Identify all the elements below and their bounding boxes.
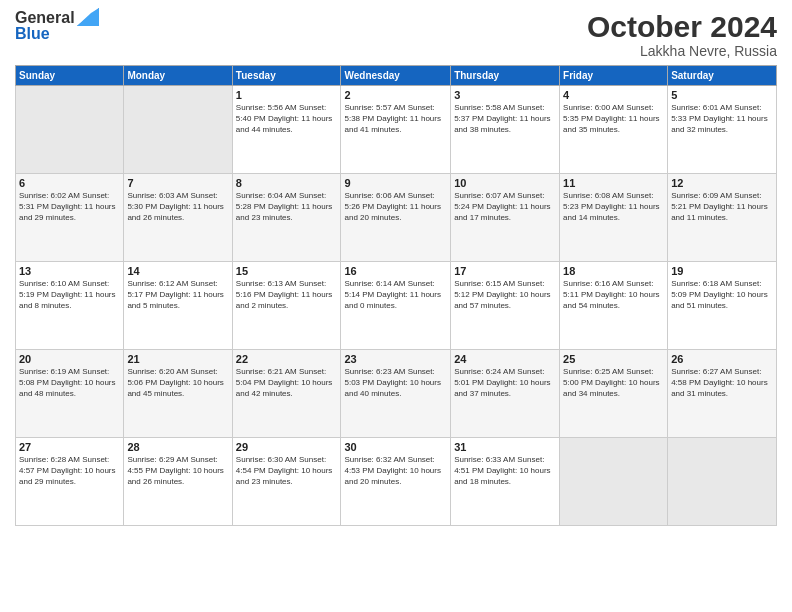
header-sunday: Sunday	[16, 66, 124, 86]
table-row: 7Sunrise: 6:03 AM Sunset: 5:30 PM Daylig…	[124, 174, 232, 262]
day-number: 4	[563, 89, 664, 101]
day-number: 24	[454, 353, 556, 365]
day-info: Sunrise: 6:02 AM Sunset: 5:31 PM Dayligh…	[19, 190, 120, 224]
table-row: 17Sunrise: 6:15 AM Sunset: 5:12 PM Dayli…	[451, 262, 560, 350]
day-number: 12	[671, 177, 773, 189]
header-thursday: Thursday	[451, 66, 560, 86]
day-number: 23	[344, 353, 447, 365]
day-number: 3	[454, 89, 556, 101]
table-row: 5Sunrise: 6:01 AM Sunset: 5:33 PM Daylig…	[668, 86, 777, 174]
svg-marker-1	[77, 8, 99, 26]
day-info: Sunrise: 6:15 AM Sunset: 5:12 PM Dayligh…	[454, 278, 556, 312]
table-row	[16, 86, 124, 174]
calendar-header-row: Sunday Monday Tuesday Wednesday Thursday…	[16, 66, 777, 86]
main-container: General Blue October 2024 Lakkha Nevre, …	[0, 0, 792, 531]
title-area: October 2024 Lakkha Nevre, Russia	[587, 10, 777, 59]
day-number: 13	[19, 265, 120, 277]
day-info: Sunrise: 6:20 AM Sunset: 5:06 PM Dayligh…	[127, 366, 228, 400]
header-friday: Friday	[560, 66, 668, 86]
header-wednesday: Wednesday	[341, 66, 451, 86]
day-info: Sunrise: 5:58 AM Sunset: 5:37 PM Dayligh…	[454, 102, 556, 136]
month-title: October 2024	[587, 10, 777, 43]
day-info: Sunrise: 6:21 AM Sunset: 5:04 PM Dayligh…	[236, 366, 338, 400]
day-number: 16	[344, 265, 447, 277]
table-row	[124, 86, 232, 174]
table-row: 4Sunrise: 6:00 AM Sunset: 5:35 PM Daylig…	[560, 86, 668, 174]
logo-general: General	[15, 10, 75, 26]
day-number: 21	[127, 353, 228, 365]
calendar-week-row: 27Sunrise: 6:28 AM Sunset: 4:57 PM Dayli…	[16, 438, 777, 526]
logo-icon	[77, 8, 99, 26]
day-info: Sunrise: 6:28 AM Sunset: 4:57 PM Dayligh…	[19, 454, 120, 488]
day-number: 5	[671, 89, 773, 101]
day-number: 20	[19, 353, 120, 365]
day-number: 27	[19, 441, 120, 453]
table-row: 12Sunrise: 6:09 AM Sunset: 5:21 PM Dayli…	[668, 174, 777, 262]
table-row: 23Sunrise: 6:23 AM Sunset: 5:03 PM Dayli…	[341, 350, 451, 438]
day-info: Sunrise: 6:24 AM Sunset: 5:01 PM Dayligh…	[454, 366, 556, 400]
table-row: 9Sunrise: 6:06 AM Sunset: 5:26 PM Daylig…	[341, 174, 451, 262]
logo: General Blue	[15, 10, 99, 42]
day-number: 29	[236, 441, 338, 453]
table-row: 3Sunrise: 5:58 AM Sunset: 5:37 PM Daylig…	[451, 86, 560, 174]
table-row: 21Sunrise: 6:20 AM Sunset: 5:06 PM Dayli…	[124, 350, 232, 438]
day-info: Sunrise: 6:23 AM Sunset: 5:03 PM Dayligh…	[344, 366, 447, 400]
header-saturday: Saturday	[668, 66, 777, 86]
day-number: 10	[454, 177, 556, 189]
day-info: Sunrise: 6:29 AM Sunset: 4:55 PM Dayligh…	[127, 454, 228, 488]
table-row: 8Sunrise: 6:04 AM Sunset: 5:28 PM Daylig…	[232, 174, 341, 262]
calendar-week-row: 20Sunrise: 6:19 AM Sunset: 5:08 PM Dayli…	[16, 350, 777, 438]
table-row: 24Sunrise: 6:24 AM Sunset: 5:01 PM Dayli…	[451, 350, 560, 438]
day-number: 28	[127, 441, 228, 453]
day-number: 9	[344, 177, 447, 189]
table-row: 25Sunrise: 6:25 AM Sunset: 5:00 PM Dayli…	[560, 350, 668, 438]
day-number: 18	[563, 265, 664, 277]
header-tuesday: Tuesday	[232, 66, 341, 86]
table-row: 19Sunrise: 6:18 AM Sunset: 5:09 PM Dayli…	[668, 262, 777, 350]
table-row: 2Sunrise: 5:57 AM Sunset: 5:38 PM Daylig…	[341, 86, 451, 174]
day-number: 7	[127, 177, 228, 189]
day-info: Sunrise: 6:09 AM Sunset: 5:21 PM Dayligh…	[671, 190, 773, 224]
day-number: 19	[671, 265, 773, 277]
day-number: 1	[236, 89, 338, 101]
day-number: 6	[19, 177, 120, 189]
table-row: 27Sunrise: 6:28 AM Sunset: 4:57 PM Dayli…	[16, 438, 124, 526]
table-row: 30Sunrise: 6:32 AM Sunset: 4:53 PM Dayli…	[341, 438, 451, 526]
day-number: 11	[563, 177, 664, 189]
day-number: 31	[454, 441, 556, 453]
table-row	[668, 438, 777, 526]
table-row	[560, 438, 668, 526]
day-info: Sunrise: 6:12 AM Sunset: 5:17 PM Dayligh…	[127, 278, 228, 312]
day-info: Sunrise: 6:07 AM Sunset: 5:24 PM Dayligh…	[454, 190, 556, 224]
table-row: 31Sunrise: 6:33 AM Sunset: 4:51 PM Dayli…	[451, 438, 560, 526]
day-info: Sunrise: 6:27 AM Sunset: 4:58 PM Dayligh…	[671, 366, 773, 400]
table-row: 18Sunrise: 6:16 AM Sunset: 5:11 PM Dayli…	[560, 262, 668, 350]
table-row: 14Sunrise: 6:12 AM Sunset: 5:17 PM Dayli…	[124, 262, 232, 350]
day-number: 2	[344, 89, 447, 101]
table-row: 26Sunrise: 6:27 AM Sunset: 4:58 PM Dayli…	[668, 350, 777, 438]
day-info: Sunrise: 6:04 AM Sunset: 5:28 PM Dayligh…	[236, 190, 338, 224]
day-number: 26	[671, 353, 773, 365]
day-info: Sunrise: 6:06 AM Sunset: 5:26 PM Dayligh…	[344, 190, 447, 224]
day-info: Sunrise: 6:16 AM Sunset: 5:11 PM Dayligh…	[563, 278, 664, 312]
calendar-week-row: 6Sunrise: 6:02 AM Sunset: 5:31 PM Daylig…	[16, 174, 777, 262]
day-number: 17	[454, 265, 556, 277]
table-row: 11Sunrise: 6:08 AM Sunset: 5:23 PM Dayli…	[560, 174, 668, 262]
day-number: 15	[236, 265, 338, 277]
day-info: Sunrise: 5:57 AM Sunset: 5:38 PM Dayligh…	[344, 102, 447, 136]
day-info: Sunrise: 6:03 AM Sunset: 5:30 PM Dayligh…	[127, 190, 228, 224]
header-monday: Monday	[124, 66, 232, 86]
table-row: 16Sunrise: 6:14 AM Sunset: 5:14 PM Dayli…	[341, 262, 451, 350]
day-info: Sunrise: 6:18 AM Sunset: 5:09 PM Dayligh…	[671, 278, 773, 312]
day-info: Sunrise: 6:19 AM Sunset: 5:08 PM Dayligh…	[19, 366, 120, 400]
table-row: 28Sunrise: 6:29 AM Sunset: 4:55 PM Dayli…	[124, 438, 232, 526]
table-row: 22Sunrise: 6:21 AM Sunset: 5:04 PM Dayli…	[232, 350, 341, 438]
day-number: 14	[127, 265, 228, 277]
table-row: 10Sunrise: 6:07 AM Sunset: 5:24 PM Dayli…	[451, 174, 560, 262]
day-info: Sunrise: 6:25 AM Sunset: 5:00 PM Dayligh…	[563, 366, 664, 400]
day-info: Sunrise: 6:33 AM Sunset: 4:51 PM Dayligh…	[454, 454, 556, 488]
day-number: 30	[344, 441, 447, 453]
calendar-table: Sunday Monday Tuesday Wednesday Thursday…	[15, 65, 777, 526]
day-info: Sunrise: 6:13 AM Sunset: 5:16 PM Dayligh…	[236, 278, 338, 312]
table-row: 20Sunrise: 6:19 AM Sunset: 5:08 PM Dayli…	[16, 350, 124, 438]
